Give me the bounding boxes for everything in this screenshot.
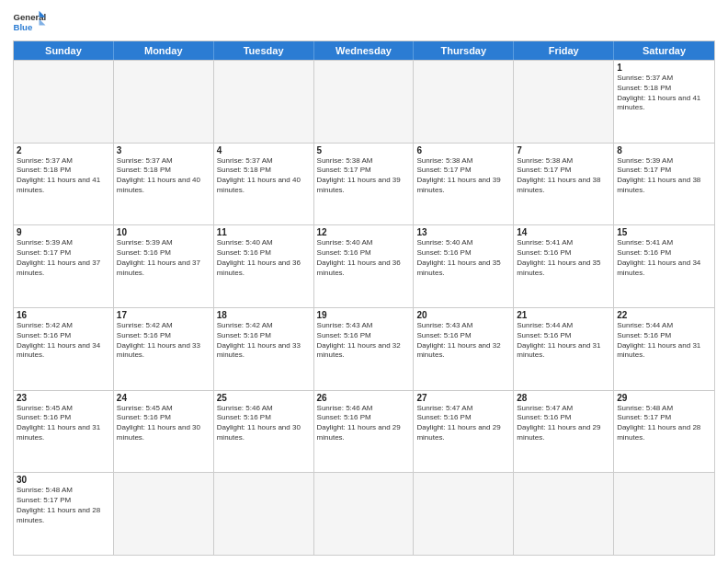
calendar-week-1: 2Sunrise: 5:37 AMSunset: 5:18 PMDaylight… xyxy=(14,143,714,225)
calendar-header: SundayMondayTuesdayWednesdayThursdayFrid… xyxy=(14,41,714,60)
empty-cell xyxy=(114,473,214,555)
calendar-week-5: 30Sunrise: 5:48 AMSunset: 5:17 PMDayligh… xyxy=(14,472,714,555)
day-number: 13 xyxy=(416,227,510,237)
day-number: 22 xyxy=(617,310,711,320)
cell-content: Sunrise: 5:37 AMSunset: 5:18 PMDaylight:… xyxy=(617,74,711,113)
day-number: 29 xyxy=(617,393,711,403)
day-number: 18 xyxy=(217,310,311,320)
cell-content: Sunrise: 5:40 AMSunset: 5:16 PMDaylight:… xyxy=(217,238,311,278)
empty-cell xyxy=(414,61,514,143)
empty-cell xyxy=(414,473,514,555)
calendar-week-3: 16Sunrise: 5:42 AMSunset: 5:16 PMDayligh… xyxy=(14,307,714,390)
cell-content: Sunrise: 5:45 AMSunset: 5:16 PMDaylight:… xyxy=(117,404,210,443)
cell-content: Sunrise: 5:45 AMSunset: 5:16 PMDaylight:… xyxy=(17,404,110,443)
cell-content: Sunrise: 5:41 AMSunset: 5:16 PMDaylight:… xyxy=(617,238,711,278)
day-number: 7 xyxy=(517,145,610,155)
day-header-tuesday: Tuesday xyxy=(214,41,314,60)
empty-cell xyxy=(214,473,314,555)
day-number: 21 xyxy=(517,310,610,320)
empty-cell xyxy=(614,473,714,555)
day-cell-29: 29Sunrise: 5:48 AMSunset: 5:17 PMDayligh… xyxy=(614,391,714,473)
day-number: 23 xyxy=(17,393,110,403)
calendar-body: 1Sunrise: 5:37 AMSunset: 5:18 PMDaylight… xyxy=(14,60,714,555)
day-number: 6 xyxy=(416,145,510,155)
day-cell-26: 26Sunrise: 5:46 AMSunset: 5:16 PMDayligh… xyxy=(314,391,415,473)
page: General Blue SundayMondayTuesdayWednesda… xyxy=(0,0,728,563)
day-cell-13: 13Sunrise: 5:40 AMSunset: 5:16 PMDayligh… xyxy=(414,225,514,307)
calendar-week-2: 9Sunrise: 5:39 AMSunset: 5:17 PMDaylight… xyxy=(14,224,714,307)
day-cell-8: 8Sunrise: 5:39 AMSunset: 5:17 PMDaylight… xyxy=(614,144,714,225)
cell-content: Sunrise: 5:41 AMSunset: 5:16 PMDaylight:… xyxy=(517,238,610,278)
cell-content: Sunrise: 5:37 AMSunset: 5:18 PMDaylight:… xyxy=(117,156,210,196)
day-cell-2: 2Sunrise: 5:37 AMSunset: 5:18 PMDaylight… xyxy=(14,144,114,225)
day-header-sunday: Sunday xyxy=(14,41,114,60)
day-number: 15 xyxy=(617,227,711,237)
empty-cell xyxy=(314,473,415,555)
day-number: 11 xyxy=(217,227,311,237)
cell-content: Sunrise: 5:47 AMSunset: 5:16 PMDaylight:… xyxy=(517,404,610,443)
cell-content: Sunrise: 5:44 AMSunset: 5:16 PMDaylight:… xyxy=(617,321,711,361)
day-cell-1: 1Sunrise: 5:37 AMSunset: 5:18 PMDaylight… xyxy=(614,61,714,143)
day-cell-6: 6Sunrise: 5:38 AMSunset: 5:17 PMDaylight… xyxy=(414,144,514,225)
day-number: 1 xyxy=(617,63,711,73)
day-cell-19: 19Sunrise: 5:43 AMSunset: 5:16 PMDayligh… xyxy=(314,308,415,390)
empty-cell xyxy=(14,61,114,143)
logo: General Blue xyxy=(13,9,46,35)
empty-cell xyxy=(114,61,214,143)
cell-content: Sunrise: 5:48 AMSunset: 5:17 PMDaylight:… xyxy=(17,486,110,525)
day-number: 9 xyxy=(17,227,110,237)
empty-cell xyxy=(314,61,415,143)
day-cell-14: 14Sunrise: 5:41 AMSunset: 5:16 PMDayligh… xyxy=(514,225,614,307)
cell-content: Sunrise: 5:40 AMSunset: 5:16 PMDaylight:… xyxy=(317,238,411,278)
day-cell-18: 18Sunrise: 5:42 AMSunset: 5:16 PMDayligh… xyxy=(214,308,314,390)
empty-cell xyxy=(214,61,314,143)
day-cell-27: 27Sunrise: 5:47 AMSunset: 5:16 PMDayligh… xyxy=(414,391,514,473)
day-cell-10: 10Sunrise: 5:39 AMSunset: 5:16 PMDayligh… xyxy=(114,225,214,307)
day-cell-24: 24Sunrise: 5:45 AMSunset: 5:16 PMDayligh… xyxy=(114,391,214,473)
day-number: 2 xyxy=(17,145,110,155)
day-header-thursday: Thursday xyxy=(414,41,514,60)
day-number: 19 xyxy=(317,310,411,320)
day-cell-16: 16Sunrise: 5:42 AMSunset: 5:16 PMDayligh… xyxy=(14,308,114,390)
day-number: 5 xyxy=(317,145,411,155)
cell-content: Sunrise: 5:40 AMSunset: 5:16 PMDaylight:… xyxy=(416,238,510,278)
calendar: SundayMondayTuesdayWednesdayThursdayFrid… xyxy=(13,40,715,556)
logo-icon: General Blue xyxy=(13,9,46,35)
cell-content: Sunrise: 5:43 AMSunset: 5:16 PMDaylight:… xyxy=(416,321,510,361)
cell-content: Sunrise: 5:38 AMSunset: 5:17 PMDaylight:… xyxy=(416,156,510,196)
svg-text:Blue: Blue xyxy=(14,22,33,32)
day-number: 3 xyxy=(117,145,210,155)
day-cell-17: 17Sunrise: 5:42 AMSunset: 5:16 PMDayligh… xyxy=(114,308,214,390)
day-number: 16 xyxy=(17,310,110,320)
day-number: 14 xyxy=(517,227,610,237)
header: General Blue xyxy=(13,9,715,35)
day-cell-3: 3Sunrise: 5:37 AMSunset: 5:18 PMDaylight… xyxy=(114,144,214,225)
day-number: 25 xyxy=(217,393,311,403)
day-header-friday: Friday xyxy=(514,41,614,60)
day-cell-4: 4Sunrise: 5:37 AMSunset: 5:18 PMDaylight… xyxy=(214,144,314,225)
calendar-week-0: 1Sunrise: 5:37 AMSunset: 5:18 PMDaylight… xyxy=(14,60,714,143)
day-number: 12 xyxy=(317,227,411,237)
day-cell-9: 9Sunrise: 5:39 AMSunset: 5:17 PMDaylight… xyxy=(14,225,114,307)
day-number: 24 xyxy=(117,393,210,403)
day-header-wednesday: Wednesday xyxy=(314,41,415,60)
day-number: 27 xyxy=(416,393,510,403)
cell-content: Sunrise: 5:46 AMSunset: 5:16 PMDaylight:… xyxy=(317,404,411,443)
day-cell-7: 7Sunrise: 5:38 AMSunset: 5:17 PMDaylight… xyxy=(514,144,614,225)
day-number: 8 xyxy=(617,145,711,155)
empty-cell xyxy=(514,473,614,555)
day-cell-21: 21Sunrise: 5:44 AMSunset: 5:16 PMDayligh… xyxy=(514,308,614,390)
cell-content: Sunrise: 5:37 AMSunset: 5:18 PMDaylight:… xyxy=(217,156,311,196)
cell-content: Sunrise: 5:46 AMSunset: 5:16 PMDaylight:… xyxy=(217,404,311,443)
day-cell-23: 23Sunrise: 5:45 AMSunset: 5:16 PMDayligh… xyxy=(14,391,114,473)
cell-content: Sunrise: 5:38 AMSunset: 5:17 PMDaylight:… xyxy=(317,156,411,196)
day-cell-22: 22Sunrise: 5:44 AMSunset: 5:16 PMDayligh… xyxy=(614,308,714,390)
day-number: 26 xyxy=(317,393,411,403)
cell-content: Sunrise: 5:38 AMSunset: 5:17 PMDaylight:… xyxy=(517,156,610,196)
empty-cell xyxy=(514,61,614,143)
day-cell-30: 30Sunrise: 5:48 AMSunset: 5:17 PMDayligh… xyxy=(14,473,114,555)
day-number: 10 xyxy=(117,227,210,237)
day-number: 20 xyxy=(416,310,510,320)
cell-content: Sunrise: 5:43 AMSunset: 5:16 PMDaylight:… xyxy=(317,321,411,361)
day-cell-11: 11Sunrise: 5:40 AMSunset: 5:16 PMDayligh… xyxy=(214,225,314,307)
